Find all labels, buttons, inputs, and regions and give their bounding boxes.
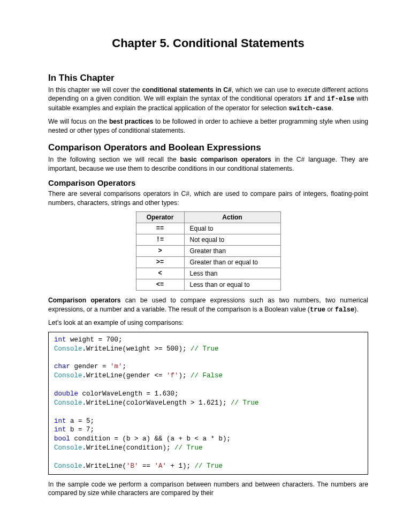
code-text: ==	[139, 462, 155, 470]
code-text: condition = (b > a) && (a + b < a * b);	[70, 435, 231, 443]
paragraph: In the following section we will recall …	[48, 155, 368, 173]
table-cell: Equal to	[184, 223, 280, 234]
table-row: >=Greater than or equal to	[136, 257, 280, 268]
table-row: !=Not equal to	[136, 234, 280, 246]
code-keyword: int	[54, 426, 66, 434]
code-keyword: int	[54, 336, 66, 344]
table-cell: <	[136, 268, 184, 279]
code-class: Console	[54, 462, 82, 470]
code-comment: // False	[191, 372, 223, 379]
paragraph: There are several comparisons operators …	[48, 189, 368, 207]
code-comment: // True	[231, 399, 259, 407]
code-string: 'B'	[126, 462, 139, 470]
code-text: weight = 700;	[66, 336, 123, 344]
operators-table: Operator Action ==Equal to !=Not equal t…	[136, 211, 281, 291]
table-header: Operator	[136, 212, 184, 223]
table-cell: <=	[136, 279, 184, 291]
paragraph: In the sample code we perform a comparis…	[48, 480, 368, 498]
code-inline: switch-case	[288, 105, 331, 112]
code-class: Console	[54, 444, 82, 452]
text: ).	[354, 306, 358, 313]
text: In the following section we will recall …	[48, 156, 180, 163]
table-cell: Not equal to	[184, 234, 280, 246]
code-text: .WriteLine(	[82, 462, 127, 470]
table-cell: >	[136, 246, 184, 257]
code-text: gender =	[70, 363, 110, 370]
paragraph: In this chapter we will cover the condit…	[48, 86, 368, 113]
text-bold: Comparison operators	[48, 297, 121, 304]
text-bold: basic comparison operators	[180, 156, 271, 163]
table-row: <=Less than or equal to	[136, 279, 280, 291]
code-keyword: double	[54, 390, 78, 398]
code-string: 'f'	[166, 372, 179, 379]
code-comment: // True	[195, 462, 223, 470]
code-keyword: int	[54, 417, 66, 425]
text: and	[312, 95, 327, 102]
code-inline: if-else	[327, 95, 354, 103]
table-cell: Greater than	[184, 246, 280, 257]
code-class: Console	[54, 345, 82, 353]
section-heading-comparison-operators: Comparison Operators	[48, 178, 368, 187]
text-bold: conditional statements in C#	[142, 86, 232, 94]
table-cell: Greater than or equal to	[184, 257, 280, 268]
section-heading-in-this-chapter: In This Chapter	[48, 73, 368, 83]
table-cell: !=	[136, 234, 184, 246]
table-row: <Less than	[136, 268, 280, 279]
text-bold: best practices	[109, 118, 153, 125]
paragraph: We will focus on the best practices to b…	[48, 117, 368, 135]
code-inline: true	[310, 306, 325, 314]
code-block: int weight = 700; Console.WriteLine(weig…	[48, 332, 368, 475]
table-cell: >=	[136, 257, 184, 268]
code-text: );	[179, 372, 191, 379]
table-row: ==Equal to	[136, 223, 280, 234]
table-cell: ==	[136, 223, 184, 234]
table-header: Action	[184, 212, 280, 223]
text: In this chapter we will cover the	[48, 86, 142, 94]
code-class: Console	[54, 399, 82, 407]
code-text: b = 7;	[66, 426, 95, 434]
code-string: 'm'	[110, 363, 123, 370]
code-text: .WriteLine(gender <=	[82, 372, 167, 379]
code-text: colorWaveLength = 1.630;	[78, 390, 179, 398]
code-string: 'A'	[155, 462, 167, 470]
section-heading-comparison-expressions: Comparison Operators and Boolean Express…	[48, 142, 368, 153]
code-keyword: bool	[54, 435, 70, 443]
code-comment: // True	[174, 444, 203, 452]
text: We will focus on the	[48, 118, 109, 125]
code-text: .WriteLine(weight >= 500);	[82, 345, 191, 353]
paragraph: Comparison operators can be used to comp…	[48, 296, 368, 314]
code-text: + 1);	[166, 462, 195, 470]
chapter-title: Chapter 5. Conditional Statements	[48, 36, 368, 50]
table-header-row: Operator Action	[136, 212, 280, 223]
table-cell: Less than	[184, 268, 280, 279]
code-comment: // True	[191, 345, 219, 353]
paragraph: Let's look at an example of using compar…	[48, 318, 368, 327]
code-text: ;	[123, 363, 127, 370]
code-inline: false	[335, 306, 355, 314]
code-inline: if	[304, 95, 312, 103]
code-text: .WriteLine(condition);	[82, 444, 175, 452]
table-cell: Less than or equal to	[184, 279, 280, 291]
code-keyword: char	[54, 363, 70, 370]
text: .	[332, 104, 333, 112]
code-text: a = 5;	[66, 417, 95, 425]
code-text: .WriteLine(colorWaveLength > 1.621);	[82, 399, 231, 407]
code-class: Console	[54, 372, 82, 379]
table-row: >Greater than	[136, 246, 280, 257]
text: or	[325, 306, 335, 313]
